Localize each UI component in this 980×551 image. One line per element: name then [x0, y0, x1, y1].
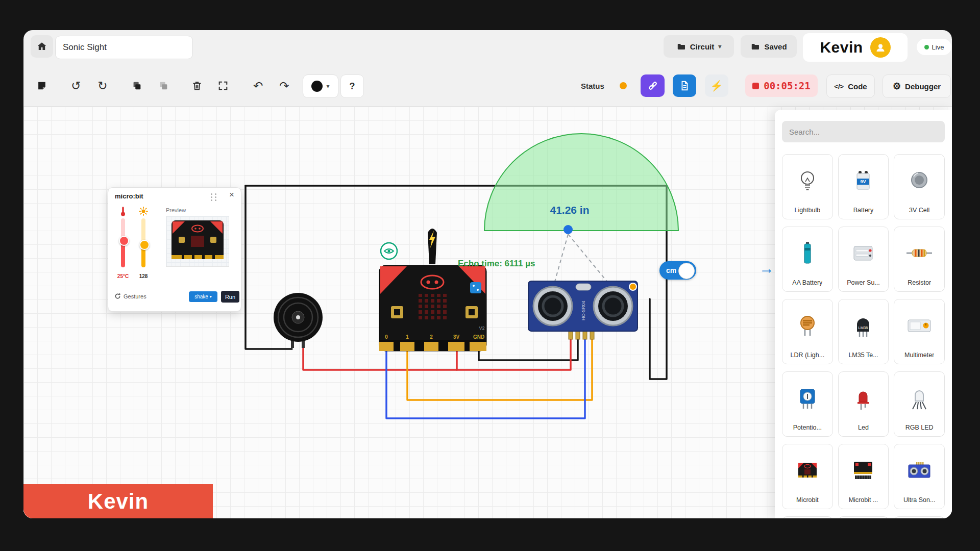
- add-note-button[interactable]: [31, 74, 53, 97]
- microbit-preview: [166, 216, 229, 267]
- saved-label: Saved: [764, 42, 787, 51]
- refresh-icon: [114, 293, 121, 299]
- redo-button[interactable]: ↷: [273, 74, 296, 97]
- copy-icon: [131, 80, 142, 91]
- status-label: Status: [581, 74, 604, 97]
- lightning-icon: ⚡: [710, 80, 723, 92]
- fullscreen-button[interactable]: [212, 74, 234, 97]
- temperature-value: 25°C: [112, 273, 134, 279]
- component-card-led[interactable]: Led: [838, 371, 889, 437]
- component-card-partial[interactable]: [894, 516, 945, 518]
- component-label: LM35 Te...: [848, 352, 878, 359]
- color-swatch-icon: [311, 81, 323, 92]
- undo-icon: ↶: [253, 79, 263, 93]
- component-card-resistor[interactable]: Resistor: [894, 227, 945, 292]
- record-timer[interactable]: 00:05:21: [745, 74, 818, 97]
- watermark-banner: Kevin: [23, 484, 213, 518]
- project-title-input[interactable]: [55, 36, 193, 59]
- component-card-aa-battery[interactable]: AA Battery: [782, 227, 833, 292]
- component-palette: Lightbulb 9V Battery 3V Cell: [775, 110, 952, 518]
- unit-label: cm: [666, 266, 676, 274]
- component-card-microbit[interactable]: Microbit: [782, 444, 833, 509]
- gesture-value: shake: [194, 294, 208, 299]
- share-link-button[interactable]: [641, 74, 665, 97]
- temperature-slider-thumb[interactable]: [119, 236, 129, 246]
- multimeter-icon: [905, 311, 934, 340]
- brand-name: Kevin: [820, 39, 863, 56]
- person-icon: [874, 41, 887, 54]
- saved-button[interactable]: Saved: [741, 35, 797, 58]
- component-card-multimeter[interactable]: Multimeter: [894, 299, 945, 364]
- component-label: Power Su...: [847, 279, 880, 286]
- simulate-button[interactable]: ⚡: [705, 74, 728, 97]
- delete-button[interactable]: [186, 74, 208, 97]
- unit-toggle[interactable]: cm: [659, 261, 696, 280]
- potentiometer-icon: [793, 384, 822, 412]
- document-icon: [679, 80, 690, 91]
- component-card-power-supply[interactable]: Power Su...: [838, 227, 889, 292]
- rotate-cw-button[interactable]: ↻: [91, 74, 114, 97]
- component-card-partial[interactable]: [782, 516, 833, 518]
- component-label: RGB LED: [905, 424, 934, 431]
- microbit-breakout-icon: [849, 456, 877, 485]
- rotate-ccw-icon: ↺: [71, 79, 81, 93]
- toggle-knob[interactable]: [678, 263, 695, 279]
- home-button[interactable]: [31, 35, 53, 58]
- microbit-icon: [793, 456, 822, 485]
- component-label: Ultra Son...: [903, 496, 936, 504]
- live-indicator: Live: [917, 39, 951, 55]
- light-slider-thumb[interactable]: [139, 240, 150, 250]
- live-label: Live: [932, 43, 944, 51]
- gestures-label: Gestures: [124, 293, 146, 299]
- search-input[interactable]: [782, 121, 945, 142]
- gear-icon: ⚙: [893, 81, 901, 92]
- microbit-control-panel: micro:bit × 25°C 128 Preview: [108, 187, 241, 312]
- drag-handle-icon[interactable]: [211, 193, 217, 201]
- component-card-battery[interactable]: 9V Battery: [838, 154, 889, 219]
- undo-button[interactable]: ↶: [247, 74, 270, 97]
- brand-area: Kevin: [803, 33, 908, 62]
- component-card-ldr[interactable]: LDR (Ligh...: [782, 299, 833, 364]
- panel-title: micro:bit: [115, 192, 143, 200]
- code-button[interactable]: </> Code: [826, 74, 875, 98]
- run-button[interactable]: Run: [221, 291, 239, 303]
- component-card-microbit-breakout[interactable]: Microbit ...: [838, 444, 889, 509]
- debugger-button[interactable]: ⚙ Debugger: [883, 74, 951, 98]
- rotate-ccw-button[interactable]: ↺: [65, 74, 87, 97]
- resistor-icon: [905, 239, 934, 267]
- user-avatar[interactable]: [870, 37, 891, 58]
- wire-color-picker[interactable]: ▾: [303, 74, 338, 98]
- thermometer-icon: [120, 206, 126, 216]
- status-dot-icon: [620, 82, 627, 89]
- fullscreen-icon: [217, 80, 229, 91]
- sidebar-collapse-arrow[interactable]: →: [759, 260, 774, 277]
- component-label: LDR (Ligh...: [790, 352, 824, 359]
- copy-button[interactable]: [126, 74, 148, 97]
- help-button[interactable]: ?: [340, 74, 364, 98]
- document-button[interactable]: [673, 74, 696, 97]
- component-card-partial[interactable]: [838, 516, 889, 518]
- echo-time-readout: Echo time: 6111 µs: [458, 259, 535, 269]
- component-label: Lightbulb: [794, 207, 820, 214]
- led-icon: [849, 384, 877, 412]
- ultrasonic-icon: [905, 456, 934, 485]
- watermark-text: Kevin: [88, 489, 149, 514]
- battery-9v-icon: 9V: [849, 166, 877, 195]
- close-icon[interactable]: ×: [229, 190, 234, 200]
- component-label: Microbit ...: [849, 496, 878, 504]
- paste-button[interactable]: [152, 74, 175, 97]
- lm35-icon: LM35: [849, 311, 877, 340]
- ldr-icon: [793, 311, 822, 340]
- component-card-potentiometer[interactable]: Potentio...: [782, 371, 833, 437]
- component-card-rgb-led[interactable]: RGB LED: [894, 371, 945, 437]
- circuit-menu-button[interactable]: Circuit ▾: [664, 35, 734, 58]
- gesture-select[interactable]: shake ▾: [189, 291, 217, 302]
- home-icon: [36, 41, 47, 52]
- component-label: 3V Cell: [909, 207, 929, 214]
- component-card-3v-cell[interactable]: 3V Cell: [894, 154, 945, 219]
- component-grid: Lightbulb 9V Battery 3V Cell: [782, 154, 945, 518]
- rgb-led-icon: [905, 384, 934, 412]
- component-card-lightbulb[interactable]: Lightbulb: [782, 154, 833, 219]
- component-card-lm35[interactable]: LM35 LM35 Te...: [838, 299, 889, 364]
- component-card-ultrasonic[interactable]: Ultra Son...: [894, 444, 945, 509]
